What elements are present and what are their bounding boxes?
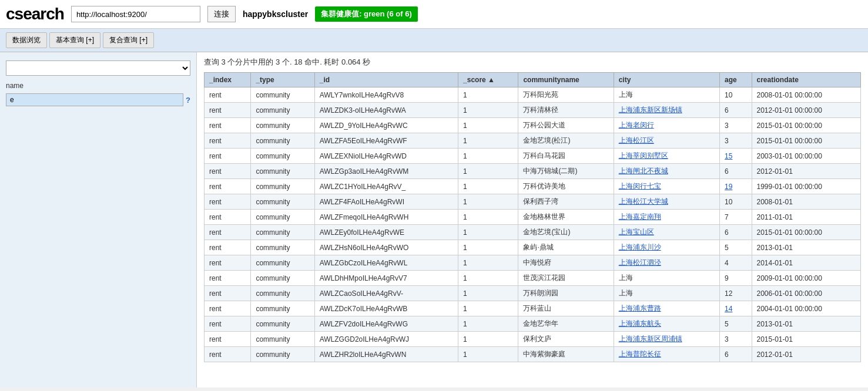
sidebar-dropdown[interactable] bbox=[6, 60, 190, 76]
cell-creationdate: 2012-01-01 bbox=[752, 347, 861, 362]
cell-creationdate: 2003-01-01 00:00:00 bbox=[752, 149, 861, 164]
cell-age: 5 bbox=[720, 240, 752, 255]
cell-city[interactable]: 上海松江区 bbox=[614, 133, 719, 149]
cell-age[interactable]: 19 bbox=[720, 179, 752, 194]
cell-city[interactable]: 上海嘉定南翔 bbox=[614, 210, 719, 225]
cell-age: 6 bbox=[720, 347, 752, 362]
cell-city[interactable]: 上海浦东新区周浦镇 bbox=[614, 332, 719, 347]
column-header-creationdate[interactable]: creationdate bbox=[752, 73, 861, 87]
column-header-_id[interactable]: _id bbox=[314, 73, 458, 87]
cell-_type: community bbox=[251, 255, 314, 271]
cell-creationdate: 2008-01-01 bbox=[752, 194, 861, 210]
cell-creationdate: 2012-01-01 00:00:00 bbox=[752, 103, 861, 118]
cell-communityname: 象屿·鼎城 bbox=[518, 240, 614, 255]
cell-communityname: 万科朗润园 bbox=[518, 286, 614, 301]
cell-city[interactable]: 上海浦东新区新场镇 bbox=[614, 103, 719, 118]
connect-button[interactable]: 连接 bbox=[207, 6, 236, 22]
cell-_score: 1 bbox=[458, 179, 518, 194]
cell-city[interactable]: 上海普陀长征 bbox=[614, 347, 719, 362]
query-summary: 查询 3 个分片中用的 3 个. 18 命中. 耗时 0.064 秒 bbox=[204, 57, 861, 68]
cluster-name: happybkscluster bbox=[243, 9, 308, 19]
cell-age: 3 bbox=[720, 332, 752, 347]
cell-_index: rent bbox=[205, 179, 251, 194]
cell-city[interactable]: 上海莘闵别墅区 bbox=[614, 149, 719, 164]
cell-creationdate: 2015-01-01 00:00:00 bbox=[752, 118, 861, 133]
nav-tab[interactable]: 基本查询 [+] bbox=[49, 32, 100, 48]
cell-_id: AWLZDK3-oILHeA4gRvWA bbox=[314, 103, 458, 118]
help-icon[interactable]: ? bbox=[186, 96, 190, 105]
cell-communityname: 金地艺境(松江) bbox=[518, 133, 614, 149]
cell-creationdate: 2013-01-01 bbox=[752, 240, 861, 255]
app-title: csearch bbox=[6, 5, 64, 23]
cell-_id: AWLZGbCzoILHeA4gRvWL bbox=[314, 255, 458, 271]
cell-age[interactable]: 15 bbox=[720, 149, 752, 164]
cell-_index: rent bbox=[205, 118, 251, 133]
cell-_id: AWLZHR2loILHeA4gRvWN bbox=[314, 347, 458, 362]
cell-_index: rent bbox=[205, 316, 251, 332]
cell-_type: community bbox=[251, 210, 314, 225]
table-row: rentcommunityAWLZDK3-oILHeA4gRvWA1万科清林径上… bbox=[205, 103, 861, 118]
cell-city[interactable]: 上海松江泗泾 bbox=[614, 255, 719, 271]
table-row: rentcommunityAWLZD_9YoILHeA4gRvWC1万科公园大道… bbox=[205, 118, 861, 133]
cell-communityname: 保利西子湾 bbox=[518, 194, 614, 210]
cell-city[interactable]: 上海松江大学城 bbox=[614, 194, 719, 210]
results-area: 查询 3 个分片中用的 3 个. 18 命中. 耗时 0.064 秒 _inde… bbox=[197, 52, 868, 387]
cell-age: 3 bbox=[720, 133, 752, 149]
cell-city[interactable]: 上海浦东川沙 bbox=[614, 240, 719, 255]
cell-_index: rent bbox=[205, 194, 251, 210]
cell-creationdate: 2014-01-01 bbox=[752, 255, 861, 271]
column-header-age[interactable]: age bbox=[720, 73, 752, 87]
cell-communityname: 金地格林世界 bbox=[518, 210, 614, 225]
cell-age: 6 bbox=[720, 103, 752, 118]
cell-_type: community bbox=[251, 240, 314, 255]
cell-_score: 1 bbox=[458, 225, 518, 240]
nav-tab[interactable]: 数据浏览 bbox=[6, 32, 47, 48]
cell-creationdate: 2009-01-01 00:00:00 bbox=[752, 271, 861, 286]
cell-_index: rent bbox=[205, 332, 251, 347]
cell-creationdate: 2012-01-01 bbox=[752, 164, 861, 179]
cell-age[interactable]: 14 bbox=[720, 301, 752, 316]
cell-_index: rent bbox=[205, 149, 251, 164]
cell-communityname: 金地艺境(宝山) bbox=[518, 225, 614, 240]
cell-_id: AWLZHsN6oILHeA4gRvWO bbox=[314, 240, 458, 255]
cell-_type: community bbox=[251, 103, 314, 118]
cell-_id: AWLZCaoSoILHeA4gRvV- bbox=[314, 286, 458, 301]
cell-age: 6 bbox=[720, 225, 752, 240]
cell-city[interactable]: 上海浦东航头 bbox=[614, 316, 719, 332]
column-header-_index[interactable]: _index bbox=[205, 73, 251, 87]
column-header-_type[interactable]: _type bbox=[251, 73, 314, 87]
cell-creationdate: 2015-01-01 00:00:00 bbox=[752, 133, 861, 149]
cell-city[interactable]: 上海闵行七宝 bbox=[614, 179, 719, 194]
cell-creationdate: 1999-01-01 00:00:00 bbox=[752, 179, 861, 194]
cell-_index: rent bbox=[205, 255, 251, 271]
nav-tab[interactable]: 复合查询 [+] bbox=[103, 32, 154, 48]
table-row: rentcommunityAWLZHsN6oILHeA4gRvWO1象屿·鼎城上… bbox=[205, 240, 861, 255]
cell-age: 9 bbox=[720, 271, 752, 286]
cell-city[interactable]: 上海宝山区 bbox=[614, 225, 719, 240]
table-row: rentcommunityAWLZFA5EoILHeA4gRvWF1金地艺境(松… bbox=[205, 133, 861, 149]
cell-_index: rent bbox=[205, 301, 251, 316]
url-input[interactable] bbox=[71, 6, 200, 22]
cell-communityname: 金地艺华年 bbox=[518, 316, 614, 332]
column-header-communityname[interactable]: communityname bbox=[518, 73, 614, 87]
cell-_type: community bbox=[251, 347, 314, 362]
cell-_id: AWLZGp3aoILHeA4gRvWM bbox=[314, 164, 458, 179]
cell-communityname: 世茂滨江花园 bbox=[518, 271, 614, 286]
cell-creationdate: 2011-01-01 bbox=[752, 210, 861, 225]
cell-_type: community bbox=[251, 225, 314, 240]
cell-communityname: 中海紫御豪庭 bbox=[518, 347, 614, 362]
column-header-_score[interactable]: _score ▲ bbox=[458, 73, 518, 87]
cell-city[interactable]: 上海浦东曹路 bbox=[614, 301, 719, 316]
cell-_type: community bbox=[251, 286, 314, 301]
column-header-city[interactable]: city bbox=[614, 73, 719, 87]
cell-city[interactable]: 上海闸北不夜城 bbox=[614, 164, 719, 179]
cell-_type: community bbox=[251, 179, 314, 194]
cell-city[interactable]: 上海老闵行 bbox=[614, 118, 719, 133]
table-row: rentcommunityAWLZCaoSoILHeA4gRvV-1万科朗润园上… bbox=[205, 286, 861, 301]
health-badge: 集群健康值: green (6 of 6) bbox=[315, 6, 418, 22]
sidebar-name-input[interactable] bbox=[6, 93, 183, 106]
table-row: rentcommunityAWLZEXNioILHeA4gRvWD1万科白马花园… bbox=[205, 149, 861, 164]
cell-_type: community bbox=[251, 194, 314, 210]
cell-age: 6 bbox=[720, 164, 752, 179]
cell-communityname: 万科蓝山 bbox=[518, 301, 614, 316]
